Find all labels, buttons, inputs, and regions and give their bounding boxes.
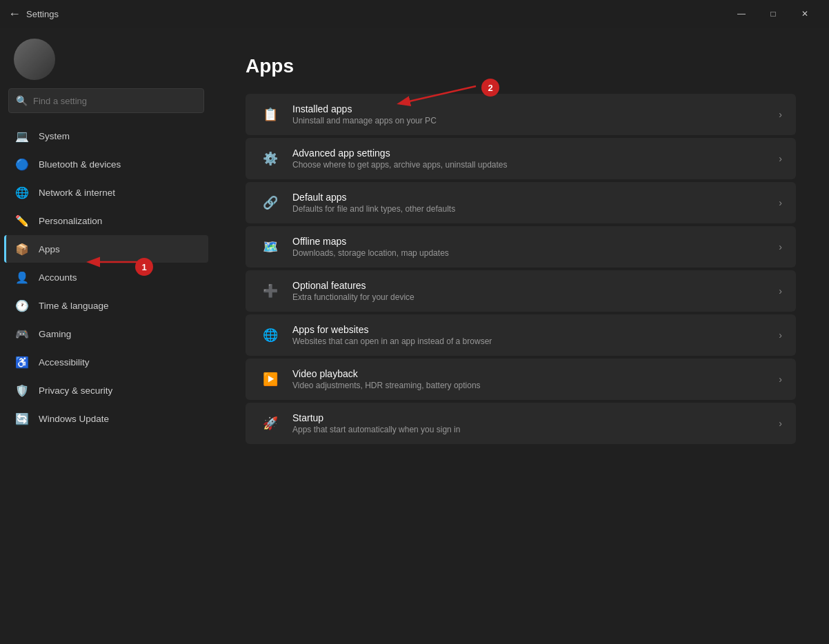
sidebar-item-label: Apps [39, 244, 60, 254]
sidebar-item-label: Accessibility [39, 357, 90, 368]
chevron-right-icon: › [779, 330, 782, 341]
sidebar-item-gaming[interactable]: 🎮 Gaming [4, 320, 208, 348]
settings-item-optional-features[interactable]: ➕ Optional features Extra functionality … [246, 270, 796, 312]
maximize-button[interactable]: □ [757, 3, 789, 25]
apps-icon: 📦 [15, 242, 29, 256]
startup-icon: 🚀 [259, 412, 281, 434]
settings-item-apps-for-websites[interactable]: 🌐 Apps for websites Websites that can op… [246, 314, 796, 356]
bluetooth-icon: 🔵 [15, 157, 29, 171]
sidebar-item-label: System [39, 131, 70, 141]
settings-item-description: Choose where to get apps, archive apps, … [292, 160, 768, 170]
sidebar-item-personalization[interactable]: ✏️ Personalization [4, 207, 208, 234]
sidebar-item-system[interactable]: 💻 System [4, 122, 208, 150]
sidebar-item-accessibility[interactable]: ♿ Accessibility [4, 348, 208, 376]
privacy-icon: 🛡️ [15, 383, 29, 397]
settings-item-description: Downloads, storage location, map updates [292, 248, 768, 258]
sidebar-item-label: Bluetooth & devices [39, 159, 121, 170]
system-icon: 💻 [15, 129, 29, 143]
settings-item-description: Uninstall and manage apps on your PC [292, 116, 768, 125]
settings-item-startup[interactable]: 🚀 Startup Apps that start automatically … [246, 403, 796, 444]
chevron-right-icon: › [779, 241, 782, 252]
sidebar-item-label: Accounts [39, 272, 77, 283]
search-icon: 🔍 [16, 95, 28, 106]
gaming-icon: 🎮 [15, 327, 29, 341]
settings-item-video-playback[interactable]: ▶️ Video playback Video adjustments, HDR… [246, 359, 796, 400]
sidebar-item-label: Network & internet [39, 188, 115, 198]
sidebar-item-network[interactable]: 🌐 Network & internet [4, 179, 208, 206]
sidebar-item-label: Time & language [39, 301, 109, 311]
accounts-icon: 👤 [15, 270, 29, 284]
settings-item-title: Installed apps [292, 103, 768, 114]
settings-item-text: Video playback Video adjustments, HDR st… [292, 368, 768, 390]
accessibility-icon: ♿ [15, 355, 29, 369]
network-icon: 🌐 [15, 185, 29, 199]
settings-item-text: Installed apps Uninstall and manage apps… [292, 103, 768, 125]
chevron-right-icon: › [779, 197, 782, 208]
chevron-right-icon: › [779, 374, 782, 385]
minimize-button[interactable]: — [726, 3, 757, 25]
settings-item-title: Apps for websites [292, 324, 768, 335]
sidebar-item-bluetooth[interactable]: 🔵 Bluetooth & devices [4, 150, 208, 178]
settings-item-description: Apps that start automatically when you s… [292, 425, 768, 434]
avatar [14, 39, 55, 80]
settings-item-title: Advanced app settings [292, 148, 768, 159]
window-controls: — □ ✕ [726, 3, 821, 25]
chevron-right-icon: › [779, 153, 782, 164]
settings-item-text: Advanced app settings Choose where to ge… [292, 148, 768, 170]
settings-window: ← Settings — □ ✕ 🔍 💻 System [0, 0, 829, 644]
video-playback-icon: ▶️ [259, 368, 281, 390]
settings-item-text: Offline maps Downloads, storage location… [292, 236, 768, 258]
settings-item-description: Defaults for file and link types, other … [292, 204, 768, 214]
settings-item-text: Startup Apps that start automatically wh… [292, 412, 768, 434]
main-content: Apps 📋 Installed apps Uninstall and mana… [212, 28, 829, 644]
apps-for-websites-icon: 🌐 [259, 324, 281, 346]
chevron-right-icon: › [779, 285, 782, 296]
close-button[interactable]: ✕ [789, 3, 821, 25]
personalization-icon: ✏️ [15, 214, 29, 228]
settings-item-advanced-app-settings[interactable]: ⚙️ Advanced app settings Choose where to… [246, 138, 796, 179]
sidebar-item-label: Personalization [39, 216, 102, 226]
settings-item-description: Websites that can open in an app instead… [292, 336, 768, 346]
avatar-image [14, 39, 55, 80]
sidebar-item-label: Windows Update [39, 414, 109, 424]
settings-item-text: Default apps Defaults for file and link … [292, 192, 768, 214]
search-input[interactable] [33, 96, 197, 106]
settings-item-title: Optional features [292, 280, 768, 291]
settings-item-title: Default apps [292, 192, 768, 203]
sidebar-item-label: Privacy & security [39, 385, 112, 396]
settings-item-title: Video playback [292, 368, 768, 379]
back-button[interactable]: ← [8, 7, 21, 21]
page-title: Apps [246, 55, 796, 77]
sidebar-item-accounts[interactable]: 👤 Accounts [4, 263, 208, 291]
settings-item-text: Optional features Extra functionality fo… [292, 280, 768, 302]
settings-item-offline-maps[interactable]: 🗺️ Offline maps Downloads, storage locat… [246, 226, 796, 268]
default-apps-icon: 🔗 [259, 192, 281, 214]
titlebar: ← Settings — □ ✕ [0, 0, 829, 28]
advanced-app-settings-icon: ⚙️ [259, 148, 281, 170]
settings-item-default-apps[interactable]: 🔗 Default apps Defaults for file and lin… [246, 182, 796, 223]
settings-item-title: Startup [292, 412, 768, 423]
search-container: 🔍 [0, 88, 212, 113]
offline-maps-icon: 🗺️ [259, 236, 281, 258]
sidebar-item-apps[interactable]: 📦 Apps [4, 235, 208, 263]
installed-apps-icon: 📋 [259, 103, 281, 125]
settings-item-title: Offline maps [292, 236, 768, 247]
sidebar-item-time[interactable]: 🕐 Time & language [4, 292, 208, 319]
search-box[interactable]: 🔍 [8, 88, 204, 113]
sidebar: 🔍 💻 System 🔵 Bluetooth & devices 🌐 Netwo… [0, 28, 212, 644]
time-icon: 🕐 [15, 299, 29, 312]
settings-list: 📋 Installed apps Uninstall and manage ap… [246, 94, 796, 444]
window-title: Settings [26, 9, 59, 19]
settings-item-text: Apps for websites Websites that can open… [292, 324, 768, 346]
nav-list: 💻 System 🔵 Bluetooth & devices 🌐 Network… [0, 121, 212, 433]
sidebar-item-label: Gaming [39, 329, 71, 339]
chevron-right-icon: › [779, 109, 782, 120]
settings-item-description: Extra functionality for your device [292, 292, 768, 302]
sidebar-item-privacy[interactable]: 🛡️ Privacy & security [4, 376, 208, 404]
sidebar-item-update[interactable]: 🔄 Windows Update [4, 405, 208, 432]
settings-item-description: Video adjustments, HDR streaming, batter… [292, 381, 768, 390]
optional-features-icon: ➕ [259, 280, 281, 302]
settings-item-installed-apps[interactable]: 📋 Installed apps Uninstall and manage ap… [246, 94, 796, 135]
chevron-right-icon: › [779, 418, 782, 429]
content-area: 🔍 💻 System 🔵 Bluetooth & devices 🌐 Netwo… [0, 28, 829, 644]
